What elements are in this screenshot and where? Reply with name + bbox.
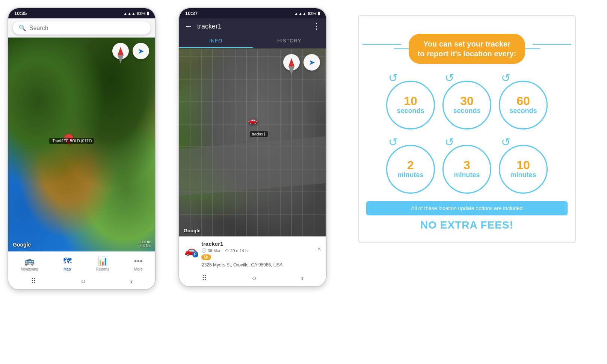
battery-icon-2: ▮ xyxy=(318,11,320,16)
battery-icon-1: ▮ xyxy=(147,11,149,16)
sv-tracker-label: tracker1 xyxy=(250,131,268,137)
date-text: 06 Mar xyxy=(208,248,220,253)
reports-icon: 📊 xyxy=(98,256,108,266)
nav-map[interactable]: 🗺 Map xyxy=(60,255,74,273)
circle-10m-number: 10 xyxy=(516,159,530,171)
banner-row: You can set your trackerto report it's l… xyxy=(362,25,571,64)
search-bar-container: 🔍 xyxy=(8,18,155,38)
circle-30s: 30 seconds xyxy=(442,81,491,129)
tracker-avatar: 🚗 P xyxy=(184,244,198,257)
sys-menu-btn[interactable]: ⠿ xyxy=(31,277,36,286)
blue-banner-text: All of these location update options are… xyxy=(411,205,522,211)
status-bar-2: 10:37 ▲▲▲ 83% ▮ xyxy=(179,8,326,18)
bottom-nav-1: 🚌 Monitoring 🗺 Map 📊 Reports ••• More xyxy=(8,251,155,274)
scale-500km: 500 km xyxy=(139,244,151,248)
circle-60s-number: 60 xyxy=(516,95,530,107)
circle-60s-unit: seconds xyxy=(509,107,537,115)
battery-2: 83% xyxy=(308,11,316,16)
circle-2m-number: 2 xyxy=(407,159,414,171)
tabs: INFO HISTORY xyxy=(179,34,326,49)
tab-history[interactable]: HISTORY xyxy=(253,34,326,48)
tab-info[interactable]: INFO xyxy=(179,34,253,48)
timer-icon: ⏱ 20 d 14 h xyxy=(225,248,248,253)
more-icon: ••• xyxy=(134,256,143,266)
search-bar[interactable]: 🔍 xyxy=(13,21,151,35)
circle-10s-unit: seconds xyxy=(397,107,424,115)
street-map[interactable]: ➤ 🚗 tracker1 Google xyxy=(179,49,326,236)
arrow-30s: ↺ xyxy=(445,71,454,84)
time-2: 10:37 xyxy=(185,11,198,16)
sys-menu-btn-2[interactable]: ⠿ xyxy=(202,274,207,283)
more-label: More xyxy=(134,267,143,271)
circle-10s-wrapper: ↺ 10 seconds xyxy=(386,71,435,129)
tracker-address: 2325 Myers St, Oroville, CA 95966, USA xyxy=(184,262,321,268)
google-logo-1: Google xyxy=(13,242,31,248)
map-label: Map xyxy=(63,267,71,271)
nav-reports[interactable]: 📊 Reports xyxy=(93,255,112,273)
tracker-header: ← tracker1 ⋮ xyxy=(179,18,326,34)
circle-10s: 10 seconds xyxy=(386,81,435,129)
direction-icon-2: ➤ xyxy=(309,58,315,67)
status-icons-2: ▲▲▲ 83% ▮ xyxy=(294,11,320,16)
sys-home-btn-2[interactable]: ○ xyxy=(252,274,257,283)
compass-button-1[interactable] xyxy=(112,43,129,59)
time-1: 10:35 xyxy=(14,11,27,16)
arrow-10s: ↺ xyxy=(388,71,398,84)
circle-10m-unit: minutes xyxy=(510,171,536,179)
system-bar-1: ⠿ ○ ‹ xyxy=(8,274,155,289)
chevron-up-icon[interactable]: ^ xyxy=(318,247,321,254)
status-bar-1: 10:35 ▲▲▲ 83% ▮ xyxy=(8,8,155,18)
parking-badge: P xyxy=(192,251,198,257)
circle-3m-unit: minutes xyxy=(454,171,480,179)
no-fees-text: NO EXTRA FEES! xyxy=(359,219,575,231)
duration-text: 20 d 14 h xyxy=(230,248,248,253)
satellite-map[interactable]: ➤ iTrack1TE BOLD (0177) Google 200 mi 50… xyxy=(8,38,155,251)
circle-2m-unit: minutes xyxy=(397,171,423,179)
map-icon: 🗺 xyxy=(63,256,71,266)
tracker-title: tracker1 xyxy=(197,23,308,30)
direction-icon-1: ➤ xyxy=(138,47,144,56)
circle-3m-wrapper: ↺ 3 minutes xyxy=(442,135,491,194)
blue-banner: All of these location update options are… xyxy=(366,201,568,215)
circle-10m: 10 minutes xyxy=(499,145,548,194)
circle-30s-unit: seconds xyxy=(453,107,480,115)
compass-arrow-2 xyxy=(288,58,294,66)
nav-more[interactable]: ••• More xyxy=(131,255,146,273)
tracker-graphic: You can set your trackerto report it's l… xyxy=(358,15,576,243)
left-line xyxy=(362,44,401,45)
circles-row-2: ↺ 2 minutes ↺ 3 minutes ↺ 10 minutes xyxy=(359,129,575,197)
circle-30s-number: 30 xyxy=(460,95,474,107)
circle-3m-number: 3 xyxy=(464,159,470,171)
reports-label: Reports xyxy=(96,267,109,271)
sys-back-btn-2[interactable]: ‹ xyxy=(301,274,304,283)
signal-icon-2: ▲▲▲ xyxy=(294,11,307,16)
circle-10s-number: 10 xyxy=(404,95,417,107)
compass-button-2[interactable] xyxy=(283,54,300,71)
arrow-3m: ↺ xyxy=(445,135,454,149)
banner-text: You can set your trackerto report it's l… xyxy=(418,39,516,59)
battery-1: 83% xyxy=(137,11,145,16)
direction-button-2[interactable]: ➤ xyxy=(304,54,320,71)
phone1-satellite: 10:35 ▲▲▲ 83% ▮ 🔍 ➤ iTrack1TE BOLD (0177… xyxy=(8,8,156,290)
arrow-60s: ↺ xyxy=(501,71,510,84)
sys-home-btn[interactable]: ○ xyxy=(81,277,86,286)
circle-3m: 3 minutes xyxy=(442,145,491,194)
sys-back-btn[interactable]: ‹ xyxy=(130,277,133,286)
search-input[interactable] xyxy=(29,25,145,32)
circle-30s-wrapper: ↺ 30 seconds xyxy=(442,71,491,129)
monitoring-icon: 🚌 xyxy=(24,256,35,266)
arrow-10m: ↺ xyxy=(501,135,510,149)
back-button[interactable]: ← xyxy=(184,21,193,31)
clock-icon: 🕐 06 Mar xyxy=(201,248,220,253)
circle-10m-wrapper: ↺ 10 minutes xyxy=(499,135,548,194)
tracker-label-satellite: iTrack1TE BOLD (0177) xyxy=(49,138,94,144)
tracker-meta: 🕐 06 Mar ⏱ 20 d 14 h xyxy=(201,248,248,253)
direction-button-1[interactable]: ➤ xyxy=(133,43,149,59)
nav-monitoring[interactable]: 🚌 Monitoring xyxy=(18,255,41,273)
compass-arrow-1 xyxy=(118,47,124,55)
right-panel: You can set your trackerto report it's l… xyxy=(334,8,599,251)
tracker-info-header: 🚗 P tracker1 🕐 06 Mar ⏱ 20 d 14 h 5h ^ xyxy=(184,241,321,260)
tracker-info-panel: 🚗 P tracker1 🕐 06 Mar ⏱ 20 d 14 h 5h ^ 2… xyxy=(179,236,326,271)
circle-2m: 2 minutes xyxy=(386,145,435,194)
more-button[interactable]: ⋮ xyxy=(313,21,321,31)
